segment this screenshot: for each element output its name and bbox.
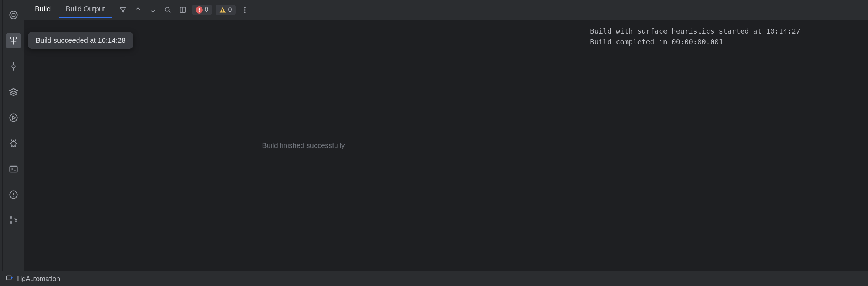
- build-output-console: Build with surface heuristics started at…: [583, 20, 868, 271]
- commit-tool-icon[interactable]: [6, 58, 21, 74]
- svg-point-8: [10, 222, 12, 224]
- arrow-up-icon[interactable]: [132, 4, 144, 16]
- svg-point-9: [15, 219, 17, 221]
- build-status-tooltip: Build succeeded at 10:14:28: [28, 32, 133, 49]
- run-tool-icon[interactable]: [6, 110, 21, 126]
- arrow-down-icon[interactable]: [147, 4, 159, 16]
- svg-point-10: [165, 7, 169, 11]
- console-line: Build completed in 00:00:00.001: [590, 37, 723, 46]
- svg-point-12: [244, 7, 246, 8]
- svg-point-4: [11, 141, 16, 146]
- status-bar: HgAutomation: [0, 271, 868, 286]
- build-result-message: Build finished successfully: [262, 142, 345, 150]
- svg-point-7: [10, 217, 12, 219]
- warning-icon: [219, 6, 226, 14]
- tab-build[interactable]: Build: [29, 1, 57, 18]
- warning-count: 0: [228, 6, 232, 14]
- build-tool-icon[interactable]: [6, 33, 21, 48]
- notifications-tool-icon[interactable]: [6, 7, 21, 23]
- layers-tool-icon[interactable]: [6, 84, 21, 100]
- svg-rect-5: [10, 166, 17, 172]
- error-icon: [196, 6, 203, 14]
- svg-rect-15: [7, 276, 11, 280]
- tool-sidebar: [3, 0, 24, 271]
- svg-point-3: [10, 114, 17, 122]
- build-tree-panel: Build succeeded at 10:14:28 Build finish…: [24, 20, 583, 271]
- error-counter[interactable]: 0: [192, 5, 212, 15]
- svg-point-2: [12, 65, 15, 68]
- tab-build-output[interactable]: Build Output: [59, 1, 111, 18]
- svg-point-0: [10, 11, 17, 19]
- error-count: 0: [205, 6, 208, 14]
- svg-point-1: [12, 13, 15, 16]
- build-tab-bar: Build Build Output: [24, 0, 868, 20]
- more-icon[interactable]: [239, 4, 250, 16]
- terminal-tool-icon[interactable]: [6, 161, 21, 177]
- problems-tool-icon[interactable]: [6, 187, 21, 203]
- svg-point-14: [244, 11, 246, 13]
- debug-tool-icon[interactable]: [6, 136, 21, 151]
- console-line: Build with surface heuristics started at…: [590, 27, 800, 35]
- warning-counter[interactable]: 0: [216, 5, 236, 15]
- svg-point-13: [244, 9, 246, 11]
- layout-icon[interactable]: [177, 4, 188, 16]
- search-icon[interactable]: [162, 4, 174, 16]
- branch-name[interactable]: HgAutomation: [17, 275, 60, 283]
- vcs-status-icon[interactable]: [6, 274, 14, 284]
- vcs-tool-icon[interactable]: [6, 213, 21, 228]
- filter-icon[interactable]: [117, 4, 129, 16]
